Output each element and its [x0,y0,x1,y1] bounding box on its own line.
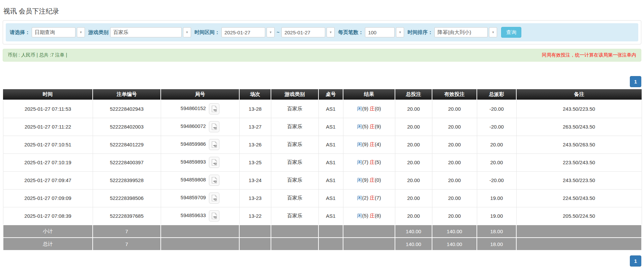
table-row: 2025-01-27 07:10:19522228400397594859893… [3,153,642,171]
video-replay-button[interactable] [209,103,219,114]
cell-total-bet[interactable]: 20.00 [395,171,432,189]
date-from-combobox[interactable]: 2025-01-27 ▼ [221,27,275,37]
grandtotal-empty [318,238,343,250]
result-player-label: 闲 [357,159,362,165]
grandtotal-empty [516,238,642,250]
grandtotal-empty [161,238,239,250]
cell-total-bet[interactable]: 20.00 [395,100,432,118]
video-replay-icon [211,141,217,148]
cell-payout: 20.00 [477,153,516,171]
video-replay-button[interactable] [209,139,219,150]
cell-table-no: AS1 [318,207,343,225]
cell-result: 闲(2) 庄(7) [343,189,395,207]
cell-result: 闲(5) 庄(8) [343,207,395,225]
result-banker-label: 庄 [370,124,375,129]
result-player-label: 闲 [357,106,362,111]
result-player-label: 闲 [357,195,362,201]
cell-time: 2025-01-27 07:10:19 [3,153,93,171]
cell-session: 13-28 [239,100,271,118]
column-header-7: 总投注 [395,89,432,100]
cell-table-no: AS1 [318,189,343,207]
subtotal-row: 小计7140.00140.0018.00 [3,225,642,238]
date-from-value[interactable]: 2025-01-27 [221,27,265,37]
search-button[interactable]: 查询 [501,27,521,38]
column-header-4: 游戏类别 [271,89,318,100]
video-replay-icon [211,123,217,130]
grandtotal-count: 7 [93,238,161,250]
chevron-down-icon[interactable]: ▼ [183,27,191,37]
video-replay-button[interactable] [209,175,219,186]
grandtotal-payout: 18.00 [477,238,516,250]
page-button-1[interactable]: 1 [630,255,641,267]
result-player-score: (5) [362,124,370,129]
cell-total-bet[interactable]: 20.00 [395,118,432,136]
cell-remark: 243.50/223.50 [516,171,642,189]
cell-round-id: 594859893 [161,153,239,171]
table-row: 2025-01-27 07:08:39522228397685594859633… [3,207,642,225]
query-type-value[interactable]: 日期查询 [32,27,75,37]
date-to-combobox[interactable]: 2025-01-27 ▼ [281,27,335,37]
date-to-value[interactable]: 2025-01-27 [281,27,325,37]
result-player-label: 闲 [357,177,362,183]
chevron-down-icon[interactable]: ▼ [77,27,85,37]
chevron-down-icon[interactable]: ▼ [489,27,497,37]
cell-time: 2025-01-27 07:08:39 [3,207,93,225]
page-button-1[interactable]: 1 [630,76,641,87]
cell-bet-id: 522228399528 [93,171,161,189]
subtotal-payout: 18.00 [477,225,516,238]
date-range-separator: ~ [277,30,279,35]
video-replay-button[interactable] [209,210,219,221]
subtotal-empty [318,225,343,238]
subtotal-empty [343,225,395,238]
sort-order-value[interactable]: 降幂(由大到小) [434,27,488,37]
result-banker-score: (0) [375,106,381,111]
cell-table-no: AS1 [318,100,343,118]
column-header-3: 场次 [239,89,271,100]
cell-valid-bet: 20.00 [432,153,477,171]
cell-session: 13-26 [239,136,271,153]
cell-time: 2025-01-27 07:09:09 [3,189,93,207]
subtotal-label: 小计 [3,225,93,238]
grandtotal-empty [239,238,271,250]
table-row: 2025-01-27 07:11:22522228402003594860072… [3,118,642,136]
round-id-text: 594860152 [181,106,206,111]
result-banker-score: (9) [375,124,381,129]
page-size-combobox[interactable]: 100 ▼ [365,27,404,37]
cell-payout: -20.00 [477,118,516,136]
table-row: 2025-01-27 07:09:09522228398506594859709… [3,189,642,207]
cell-game-category: 百家乐 [271,207,318,225]
pagination-bottom: 1 [3,255,641,267]
sort-order-label: 时间排序： [407,29,433,36]
grandtotal-empty [343,238,395,250]
video-replay-button[interactable] [209,193,219,204]
subtotal-empty [271,225,318,238]
cell-payout: 19.00 [477,207,516,225]
column-header-5: 桌号 [318,89,343,100]
video-replay-button[interactable] [209,121,219,132]
cell-total-bet[interactable]: 20.00 [395,207,432,225]
subtotal-total-bet: 140.00 [395,225,432,238]
video-replay-button[interactable] [209,157,219,168]
cell-total-bet[interactable]: 20.00 [395,153,432,171]
cell-total-bet[interactable]: 20.00 [395,189,432,207]
result-banker-label: 庄 [370,177,375,183]
cell-remark: 224.50/243.50 [516,189,642,207]
cell-round-id: 594859986 [161,136,239,153]
game-category-value[interactable]: 百家乐 [110,27,182,37]
game-category-combobox[interactable]: 百家乐 ▼ [110,27,191,37]
column-header-2: 局号 [161,89,239,100]
cell-remark: 243.50/263.50 [516,136,642,153]
cell-total-bet[interactable]: 20.00 [395,136,432,153]
pagination-top: 1 [3,76,641,87]
query-type-combobox[interactable]: 日期查询 ▼ [32,27,85,37]
chevron-down-icon[interactable]: ▼ [396,27,404,37]
video-replay-icon [211,177,217,184]
chevron-down-icon[interactable]: ▼ [267,27,275,37]
cell-time: 2025-01-27 07:10:51 [3,136,93,153]
page-size-value[interactable]: 100 [365,27,395,37]
chevron-down-icon[interactable]: ▼ [327,27,335,37]
cell-session: 13-24 [239,171,271,189]
game-category-label: 游戏类别 [88,29,109,36]
grandtotal-row: 总计7140.00140.0018.00 [3,238,642,250]
sort-order-combobox[interactable]: 降幂(由大到小) ▼ [434,27,497,37]
